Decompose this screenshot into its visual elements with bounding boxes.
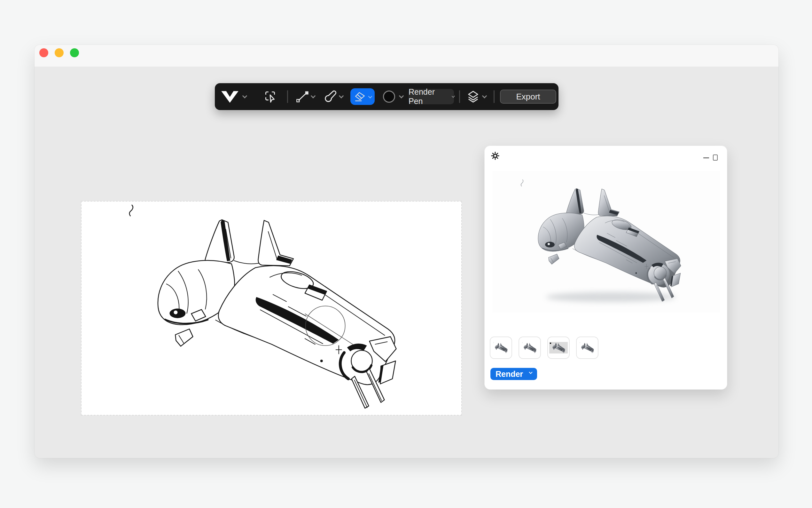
panel-maximize-button[interactable] <box>713 155 718 161</box>
export-label: Export <box>516 92 540 102</box>
render-button[interactable]: Render <box>490 368 537 380</box>
hoverbike-render-image <box>492 171 720 312</box>
logo-chevron-down-icon[interactable] <box>242 93 247 98</box>
brush-tool-button[interactable] <box>323 90 337 103</box>
app-logo-icon[interactable] <box>220 89 240 104</box>
v-logo-icon <box>220 89 240 104</box>
brush-tool-chevron-down-icon[interactable] <box>339 93 344 98</box>
thumbnail-1-image <box>491 338 511 357</box>
render-chevron-down-icon[interactable] <box>529 371 532 374</box>
render-pen-dropdown[interactable]: Render Pen <box>409 89 454 104</box>
line-tool-chevron-down-icon[interactable] <box>311 93 316 98</box>
toolbar: Render Pen Export <box>215 83 559 110</box>
hoverbike-line-sketch <box>81 201 462 415</box>
panel-minimize-button[interactable] <box>703 157 709 158</box>
layers-button[interactable] <box>466 90 480 103</box>
thumbnail-2[interactable] <box>519 337 541 359</box>
thumbnail-2-image <box>520 338 540 357</box>
eraser-tool-button-active[interactable] <box>350 88 375 105</box>
gear-icon <box>491 152 499 160</box>
render-panel: Render <box>484 145 727 390</box>
toolbar-divider <box>493 90 494 103</box>
zoom-window-button[interactable] <box>70 48 79 57</box>
desktop: Render Pen Export <box>0 0 812 508</box>
render-button-label: Render <box>495 370 523 379</box>
thumbnail-3-image <box>548 338 568 357</box>
line-tool-icon <box>295 90 309 103</box>
thumbnail-1[interactable] <box>490 337 512 359</box>
render-pen-chevron-down-icon <box>451 94 455 98</box>
thumbnail-4-image <box>577 338 597 357</box>
thumbnail-3-sketch[interactable] <box>547 337 570 359</box>
app-window: Render Pen Export <box>35 45 778 458</box>
minimize-window-button[interactable] <box>55 48 64 57</box>
render-preview <box>492 171 720 312</box>
toolbar-divider <box>459 90 460 103</box>
panel-settings-button[interactable] <box>491 152 499 160</box>
eraser-tool-icon <box>354 91 366 102</box>
export-button[interactable]: Export <box>500 90 556 103</box>
toolbar-divider <box>287 90 288 103</box>
thumbnail-4[interactable] <box>576 337 599 359</box>
cursor-select-icon <box>263 89 278 104</box>
select-tool-button[interactable] <box>263 89 278 104</box>
variation-thumbnails <box>490 337 599 359</box>
color-swatch-button[interactable] <box>383 90 395 103</box>
close-window-button[interactable] <box>39 48 48 57</box>
titlebar <box>35 45 778 67</box>
layers-icon <box>466 90 480 103</box>
drawing-canvas[interactable] <box>81 201 462 415</box>
render-pen-label: Render Pen <box>409 87 447 106</box>
layers-chevron-down-icon[interactable] <box>482 93 487 98</box>
line-tool-button[interactable] <box>295 90 309 103</box>
color-chevron-down-icon[interactable] <box>399 93 404 98</box>
eraser-chevron-down-icon[interactable] <box>368 94 372 98</box>
brush-tool-icon <box>323 90 337 103</box>
